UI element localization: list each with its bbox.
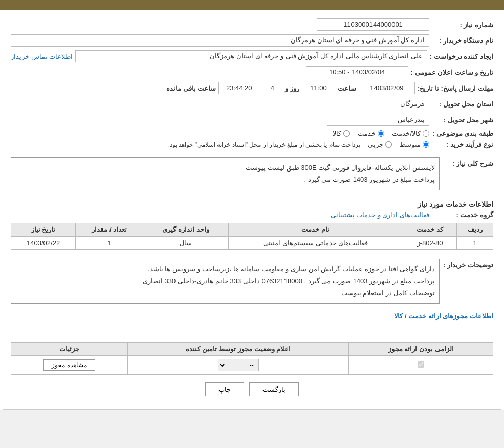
permit-view-button[interactable]: مشاهده مجوز bbox=[43, 359, 95, 371]
delivery-city-label: شهر محل تحویل : bbox=[432, 116, 493, 124]
creator-row: ایجاد کننده درخواست : علی انصاری کارشناس… bbox=[11, 50, 493, 62]
need-number-value: 1103000144000001 bbox=[317, 18, 429, 31]
permit-status-select[interactable]: -- bbox=[218, 359, 259, 371]
divider-4 bbox=[11, 308, 493, 308]
cell-date: 1403/02/22 bbox=[11, 236, 76, 249]
category-row: طبقه بندی موضوعی : کالا/خدمت خدمت کالا bbox=[11, 130, 493, 137]
permits-table-section: الزامی بودن ارائه مجوز اعلام وضعیت مجوز … bbox=[11, 342, 493, 375]
category-label: طبقه بندی موضوعی : bbox=[432, 130, 493, 137]
buyer-notes-value: دارای گواهی افتا در حوزه عملیات گرایش ام… bbox=[11, 259, 440, 304]
permit-row: -- مشاهده مجوز bbox=[11, 355, 493, 374]
need-number-row: شماره نیاز : 1103000144000001 bbox=[11, 18, 493, 31]
permit-required-cell bbox=[349, 355, 493, 374]
delivery-province-row: استان محل تحویل : هرمزگان bbox=[11, 98, 493, 110]
permits-table: الزامی بودن ارائه مجوز اعلام وضعیت مجوز … bbox=[11, 342, 493, 375]
col-service-name: نام خدمت bbox=[228, 223, 403, 236]
reply-deadline-label: مهلت ارسال پاسخ: تا تاریخ: bbox=[418, 84, 493, 92]
col-unit: واحد اندازه گیری bbox=[143, 223, 228, 236]
col-details: جزئیات bbox=[11, 342, 128, 355]
buyer-org-row: نام دستگاه خریدار : اداره کل آموزش فنی و… bbox=[11, 34, 493, 47]
cell-row-num: 1 bbox=[457, 236, 493, 249]
delivery-province-label: استان محل تحویل : bbox=[432, 100, 493, 108]
col-date: تاریخ نیاز bbox=[11, 223, 76, 236]
services-table-section: ردیف کد خدمت نام خدمت واحد اندازه گیری ت… bbox=[11, 223, 493, 250]
need-number-label: شماره نیاز : bbox=[432, 21, 493, 29]
need-desc-value: لایسنس آنلاین یکساله-فایروال فورتی گیت 3… bbox=[11, 157, 440, 190]
service-group-row: گروه خدمت : فعالیت‌های اداری و خدمات پشت… bbox=[11, 211, 493, 219]
need-desc-row: شرح کلی نیاز : لایسنس آنلاین یکساله-فایر… bbox=[11, 157, 493, 190]
reply-date-value: 1403/02/09 bbox=[359, 82, 415, 94]
page-header bbox=[0, 0, 504, 10]
announce-row: تاریخ و ساعت اعلان عمومی : 1403/02/04 - … bbox=[11, 66, 493, 78]
col-service-code: کد خدمت bbox=[403, 223, 457, 236]
col-status-announce: اعلام وضعیت مجوز توسط تامین کننده bbox=[128, 342, 349, 355]
permits-table-header-row: الزامی بودن ارائه مجوز اعلام وضعیت مجوز … bbox=[11, 342, 493, 355]
radio-motavasset[interactable]: متوسط bbox=[400, 141, 429, 148]
creator-contact-link[interactable]: اطلاعات تماس خریدار bbox=[11, 53, 73, 60]
service-group-value[interactable]: فعالیت‌های اداری و خدمات پشتیبانی bbox=[331, 211, 429, 219]
purchase-type-radio-group: متوسط جزیی bbox=[368, 141, 429, 148]
divider-1 bbox=[11, 153, 493, 153]
reply-days-label: روز و bbox=[285, 84, 299, 92]
col-required: الزامی بودن ارائه مجوز bbox=[349, 342, 493, 355]
buyer-org-value: اداره کل آموزش فنی و حرفه ای استان هرمزگ… bbox=[11, 34, 429, 47]
divider-2 bbox=[11, 195, 493, 195]
permit-details-cell: مشاهده مجوز bbox=[11, 355, 128, 374]
print-button[interactable]: چاپ bbox=[205, 382, 244, 396]
delivery-city-value: بندرعباس bbox=[327, 114, 429, 126]
cell-service-code: 802-80-ز bbox=[403, 236, 457, 249]
radio-kala[interactable]: کالا bbox=[333, 130, 350, 137]
permit-status-cell: -- bbox=[128, 355, 349, 374]
buyer-org-label: نام دستگاه خریدار : bbox=[432, 37, 493, 45]
buyer-notes-label: توضیحات خریدار : bbox=[442, 259, 493, 269]
cell-service-name: فعالیت‌های خدماتی سیستم‌های امنیتی bbox=[228, 236, 403, 249]
page-container: شماره نیاز : 1103000144000001 نام دستگاه… bbox=[0, 0, 504, 410]
reply-deadline-row: مهلت ارسال پاسخ: تا تاریخ: 1403/02/09 سا… bbox=[11, 82, 493, 94]
services-table-header-row: ردیف کد خدمت نام خدمت واحد اندازه گیری ت… bbox=[11, 223, 493, 236]
divider-3 bbox=[11, 254, 493, 254]
services-section-title: اطلاعات خدمات مورد نیاز bbox=[11, 200, 493, 208]
purchase-notice: پرداخت تمام یا بخشی از مبلغ خریدار از مح… bbox=[168, 141, 360, 148]
delivery-city-row: شهر محل تحویل : بندرعباس bbox=[11, 114, 493, 126]
reply-remaining-value: 23:44:20 bbox=[218, 82, 259, 94]
table-row: 1 802-80-ز فعالیت‌های خدماتی سیستم‌های ا… bbox=[11, 236, 493, 249]
main-content: شماره نیاز : 1103000144000001 نام دستگاه… bbox=[3, 13, 501, 410]
permits-spacer bbox=[11, 323, 493, 338]
announce-value: 1403/02/04 - 10:50 bbox=[306, 66, 408, 78]
services-table: ردیف کد خدمت نام خدمت واحد اندازه گیری ت… bbox=[11, 223, 493, 250]
col-qty: تعداد / مقدار bbox=[76, 223, 143, 236]
cell-qty: 1 bbox=[76, 236, 143, 249]
col-row-num: ردیف bbox=[457, 223, 493, 236]
bottom-buttons: بازگشت چاپ bbox=[11, 382, 493, 396]
need-desc-label: شرح کلی نیاز : bbox=[442, 157, 493, 167]
creator-label: ایجاد کننده درخواست : bbox=[430, 53, 493, 60]
buyer-notes-row: توضیحات خریدار : دارای گواهی افتا در حوز… bbox=[11, 259, 493, 304]
reply-time-value: 11:00 bbox=[302, 82, 335, 94]
permits-section-link[interactable]: اطلاعات مجوزهای ارائه خدمت / کالا bbox=[11, 312, 493, 320]
creator-value: علی انصاری کارشناس مالی اداره کل آموزش ف… bbox=[75, 50, 427, 62]
purchase-type-row: نوع فرآیند خرید : متوسط جزیی پرداخت تمام… bbox=[11, 141, 493, 148]
radio-khedmat[interactable]: خدمت bbox=[358, 130, 384, 137]
service-group-label: گروه خدمت : bbox=[432, 211, 493, 219]
reply-remaining-label: ساعت باقی مانده bbox=[166, 84, 216, 92]
announce-label: تاریخ و ساعت اعلان عمومی : bbox=[411, 69, 493, 76]
cell-unit: سال bbox=[143, 236, 228, 249]
reply-time-label: ساعت bbox=[338, 84, 356, 92]
purchase-type-label: نوع فرآیند خرید : bbox=[432, 141, 493, 148]
radio-jozi[interactable]: جزیی bbox=[368, 141, 392, 148]
radio-kala-khedmat[interactable]: کالا/خدمت bbox=[392, 130, 429, 137]
reply-days-value: 4 bbox=[262, 82, 282, 94]
category-radio-group: کالا/خدمت خدمت کالا bbox=[333, 130, 429, 137]
back-button[interactable]: بازگشت bbox=[249, 382, 299, 396]
delivery-province-value: هرمزگان bbox=[327, 98, 429, 110]
permit-required-checkbox[interactable] bbox=[418, 361, 424, 368]
